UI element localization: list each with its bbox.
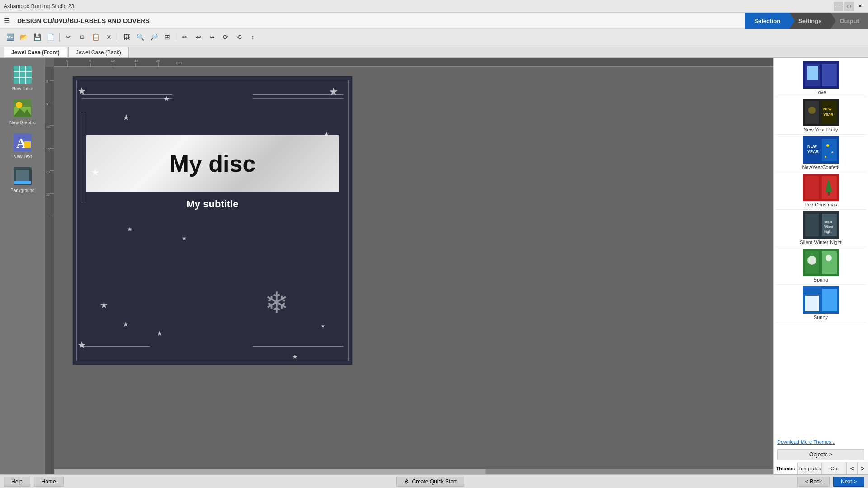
maximize-button[interactable]: □ <box>844 2 854 11</box>
settings-icon: ⚙ <box>404 479 409 485</box>
app-menu-title: DESIGN CD/DVD/BD-LABELS AND COVERS <box>17 17 150 24</box>
create-quick-start-button[interactable]: ⚙ Create Quick Start <box>396 477 464 487</box>
tab-output[interactable]: Output <box>830 13 868 29</box>
theme-item-red-christmas[interactable]: Red Christmas <box>775 172 866 210</box>
theme-item-spring[interactable]: Spring <box>775 247 866 285</box>
toolbar-zoom-out-button[interactable]: 🔎 <box>147 31 160 43</box>
right-panel-prev-btn[interactable]: < <box>846 462 857 474</box>
right-panel-next-btn[interactable]: > <box>857 462 868 474</box>
toolbar-rotate-ccw-button[interactable]: ⟲ <box>233 31 245 43</box>
deco-line-2 <box>82 98 172 99</box>
toolbar-image-button[interactable]: 🖼 <box>120 31 133 43</box>
title-bar: Ashampoo Burning Studio 23 — □ ✕ <box>0 0 868 13</box>
tab-jewel-front[interactable]: Jewel Case (Front) <box>4 47 67 57</box>
tab-jewel-back[interactable]: Jewel Case (Back) <box>68 47 129 57</box>
tab-settings[interactable]: Settings <box>789 13 830 29</box>
theme-item-newyear-party[interactable]: NEW YEAR New Year Party <box>775 97 866 135</box>
new-text-tool[interactable]: A New Text <box>5 129 41 161</box>
menu-bar: ☰ DESIGN CD/DVD/BD-LABELS AND COVERS Sel… <box>0 13 868 29</box>
star-bottom-3: ★ <box>156 329 163 338</box>
new-graphic-label: New Graphic <box>9 120 36 125</box>
svg-rect-73 <box>805 296 819 311</box>
svg-text:0: 0 <box>46 80 48 84</box>
theme-label-red-christmas: Red Christmas <box>804 202 837 207</box>
toolbar: 🆕 📂 💾 📄 ✂ ⧉ 📋 ✕ 🖼 🔍 🔎 ⊞ ✏ ↩ ↪ ⟳ ⟲ ↕ <box>0 29 868 45</box>
objects-button[interactable]: Objects > <box>777 449 864 460</box>
toolbar-draw-button[interactable]: ✏ <box>179 31 191 43</box>
background-label: Background <box>10 188 34 193</box>
svg-point-71 <box>826 255 832 261</box>
right-tab-themes[interactable]: Themes <box>774 462 798 474</box>
new-table-label: New Table <box>12 86 33 91</box>
toolbar-sep-2 <box>118 33 118 42</box>
new-graphic-tool[interactable]: New Graphic <box>5 95 41 127</box>
next-button[interactable]: Next > <box>833 477 864 487</box>
theme-label-newyear-party: New Year Party <box>804 127 838 132</box>
toolbar-cut-button[interactable]: ✂ <box>62 31 75 43</box>
close-button[interactable]: ✕ <box>855 2 864 11</box>
toolbar-delete-button[interactable]: ✕ <box>103 31 115 43</box>
disc-design-canvas[interactable]: My disc My subtitle ★ ★ ★ ★ ★ ★ ★ ★ ★ ★ … <box>72 76 353 365</box>
toolbar-open-button[interactable]: 📂 <box>17 31 30 43</box>
bottom-left-buttons: Help Home <box>4 477 64 487</box>
back-button[interactable]: < Back <box>797 477 830 487</box>
help-button[interactable]: Help <box>4 477 30 487</box>
window-controls: — □ ✕ <box>834 2 864 11</box>
svg-text:10: 10 <box>111 59 115 63</box>
theme-thumb-red-christmas <box>803 174 839 201</box>
canvas-h-scrollbar[interactable] <box>54 469 773 474</box>
theme-thumb-winter: Silent Winter Night <box>803 211 839 239</box>
toolbar-rotate-cw-button[interactable]: ⟳ <box>219 31 232 43</box>
svg-text:5: 5 <box>89 59 91 63</box>
svg-point-48 <box>808 107 816 114</box>
theme-item-confetti[interactable]: NEW YEAR NewYearConfetti <box>775 135 866 172</box>
background-tool[interactable]: Background <box>5 163 41 195</box>
new-text-icon: A <box>12 131 33 153</box>
toolbar-flip-button[interactable]: ↕ <box>246 31 259 43</box>
tab-selection[interactable]: Selection <box>745 13 789 29</box>
download-more-themes-link[interactable]: Download More Themes... <box>774 436 868 447</box>
svg-point-55 <box>825 156 826 158</box>
new-table-tool[interactable]: New Table <box>5 61 41 94</box>
toolbar-sep-1 <box>59 33 60 42</box>
step-tabs: Selection Settings Output <box>745 13 868 29</box>
canvas-area[interactable]: cm 0 5 10 15 20 <box>45 58 773 474</box>
star-bottom-2: ★ <box>123 320 129 328</box>
theme-item-winter-night[interactable]: Silent Winter Night Silent-Winter-Night <box>775 210 866 247</box>
star-mid-right: ★ <box>324 131 330 138</box>
svg-rect-69 <box>822 251 837 274</box>
deco-line-5 <box>82 346 150 347</box>
star-1: ★ <box>77 85 86 97</box>
themes-list[interactable]: Love NEW YEAR New Year Party <box>774 58 868 436</box>
theme-thumb-newyear: NEW YEAR <box>803 99 839 126</box>
deco-line-vert-1 <box>82 113 82 203</box>
svg-rect-52 <box>822 139 837 161</box>
hamburger-icon[interactable]: ☰ <box>4 16 10 25</box>
right-tab-objects[interactable]: Ob <box>822 462 846 474</box>
svg-text:20: 20 <box>156 59 160 63</box>
ruler-left: 0 5 10 15 20 25 <box>45 67 54 474</box>
main-layout: New Table New Graphic A <box>0 58 868 474</box>
theme-item-love[interactable]: Love <box>775 60 866 97</box>
star-bottom-left: ★ <box>100 300 108 310</box>
minimize-button[interactable]: — <box>834 2 843 11</box>
toolbar-redo-button[interactable]: ↪ <box>206 31 218 43</box>
canvas-content: My disc My subtitle ★ ★ ★ ★ ★ ★ ★ ★ ★ ★ … <box>54 67 773 474</box>
toolbar-new-button[interactable]: 🆕 <box>4 31 16 43</box>
toolbar-undo-button[interactable]: ↩ <box>192 31 205 43</box>
toolbar-grid-button[interactable]: ⊞ <box>161 31 174 43</box>
toolbar-zoom-in-button[interactable]: 🔍 <box>134 31 146 43</box>
disc-subtitle-text[interactable]: My subtitle <box>73 198 352 210</box>
toolbar-copy-button[interactable]: ⧉ <box>75 31 88 43</box>
right-tab-templates[interactable]: Templates <box>798 462 822 474</box>
svg-point-54 <box>831 151 833 153</box>
h-scroll-thumb[interactable] <box>54 469 486 474</box>
toolbar-paste-button[interactable]: 📋 <box>89 31 102 43</box>
toolbar-save-as-button[interactable]: 📄 <box>44 31 57 43</box>
star-bottom-4: ★ <box>77 339 86 351</box>
toolbar-save-button[interactable]: 💾 <box>31 31 43 43</box>
svg-text:0: 0 <box>66 59 69 63</box>
home-button[interactable]: Home <box>34 477 64 487</box>
disc-title-text[interactable]: My disc <box>86 135 339 192</box>
theme-item-sunny[interactable]: Sunny <box>775 285 866 322</box>
